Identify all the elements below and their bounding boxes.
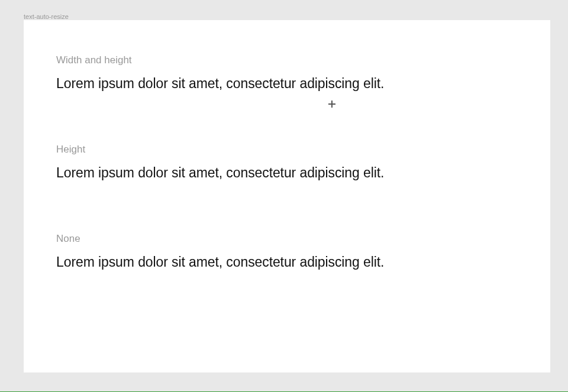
section-label: Height [56, 144, 518, 155]
frame-title: text-auto-resize [24, 13, 69, 20]
content-area: Width and height Lorem ipsum dolor sit a… [24, 20, 550, 357]
section-none: None Lorem ipsum dolor sit amet, consect… [56, 233, 518, 270]
canvas-frame[interactable]: Width and height Lorem ipsum dolor sit a… [24, 20, 550, 372]
section-width-and-height: Width and height Lorem ipsum dolor sit a… [56, 54, 518, 92]
section-label: None [56, 233, 518, 245]
section-text[interactable]: Lorem ipsum dolor sit amet, consectetur … [56, 76, 518, 92]
section-text[interactable]: Lorem ipsum dolor sit amet, consectetur … [56, 165, 518, 181]
section-height: Height Lorem ipsum dolor sit amet, conse… [56, 144, 518, 181]
section-label: Width and height [56, 54, 518, 66]
section-text[interactable]: Lorem ipsum dolor sit amet, consectetur … [56, 254, 518, 270]
